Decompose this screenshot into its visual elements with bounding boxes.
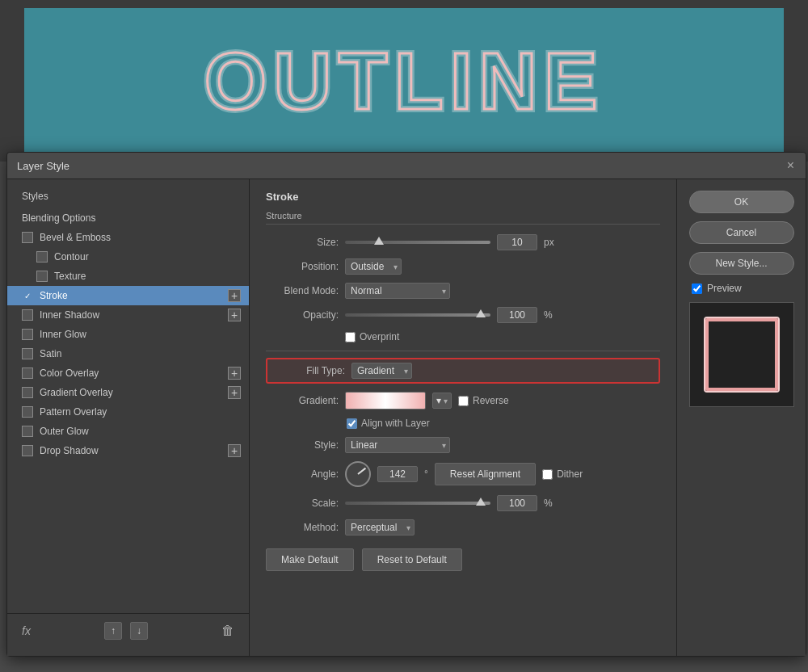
sidebar-item-outer-glow[interactable]: Outer Glow xyxy=(7,422,249,441)
dialog-close-button[interactable]: × xyxy=(785,159,796,172)
bevel-emboss-checkbox[interactable] xyxy=(22,232,33,243)
fill-type-select[interactable]: Color Gradient Pattern xyxy=(351,363,412,379)
delete-style-button[interactable]: 🗑 xyxy=(221,624,234,638)
preview-label[interactable]: Preview xyxy=(692,283,742,294)
align-label: Align with Layer xyxy=(361,418,430,429)
color-overlay-checkbox[interactable] xyxy=(22,368,33,379)
scale-slider-thumb[interactable] xyxy=(476,498,486,506)
dialog-body: Styles Blending Options Bevel & Emboss C… xyxy=(7,179,806,656)
overprint-checkbox-label[interactable]: Overprint xyxy=(345,331,399,342)
align-checkbox-label[interactable]: Align with Layer xyxy=(347,418,430,429)
style-select[interactable]: Linear Radial Angle Reflected Diamond xyxy=(345,437,450,453)
reset-to-default-button[interactable]: Reset to Default xyxy=(362,548,462,571)
texture-checkbox[interactable] xyxy=(36,271,48,282)
angle-input[interactable] xyxy=(377,466,418,482)
scale-input[interactable] xyxy=(497,495,537,511)
overprint-label: Overprint xyxy=(360,331,399,342)
sidebar-item-blending-options[interactable]: Blending Options xyxy=(7,208,249,228)
pattern-overlay-checkbox[interactable] xyxy=(22,406,33,418)
drop-shadow-add-button[interactable]: + xyxy=(228,444,241,457)
move-up-button[interactable]: ↑ xyxy=(104,622,122,640)
overprint-checkbox[interactable] xyxy=(345,332,356,342)
opacity-label: Opacity: xyxy=(266,309,339,321)
dialog-title: Layer Style xyxy=(17,160,69,172)
blend-mode-row: Blend Mode: Normal Dissolve Multiply Scr… xyxy=(266,283,660,299)
inner-glow-label: Inner Glow xyxy=(40,329,86,340)
sidebar-item-color-overlay[interactable]: Color Overlay + xyxy=(7,363,249,383)
inner-glow-checkbox[interactable] xyxy=(22,329,33,340)
size-unit: px xyxy=(544,237,554,248)
dither-checkbox[interactable] xyxy=(542,469,553,480)
preview-rect xyxy=(705,318,778,391)
make-default-button[interactable]: Make Default xyxy=(266,548,354,571)
gradient-arrow-select[interactable]: ▾ xyxy=(432,393,452,409)
opacity-unit: % xyxy=(544,309,553,321)
sidebar-item-texture[interactable]: Texture xyxy=(7,267,249,286)
opacity-input[interactable] xyxy=(497,307,537,323)
sidebar-item-satin[interactable]: Satin xyxy=(7,344,249,363)
scale-row: Scale: % xyxy=(266,495,660,511)
dither-label: Dither xyxy=(557,468,583,480)
angle-row: Angle: ° Reset Alignment Dither xyxy=(266,461,660,487)
blend-mode-select[interactable]: Normal Dissolve Multiply Screen Overlay xyxy=(345,283,450,299)
stroke-label: Stroke xyxy=(40,290,68,301)
reverse-checkbox[interactable] xyxy=(458,396,469,406)
stroke-section-title: Stroke xyxy=(266,191,660,203)
main-content: Stroke Structure Size: px Position: Outs… xyxy=(250,179,676,656)
position-row: Position: Outside Inside Center xyxy=(266,258,660,275)
size-input[interactable] xyxy=(497,234,537,250)
position-select-wrapper: Outside Inside Center xyxy=(345,258,402,275)
align-checkbox[interactable] xyxy=(347,418,357,429)
canvas-area: OUTLINE xyxy=(0,0,808,162)
inner-shadow-checkbox[interactable] xyxy=(22,309,33,321)
gradient-arrow-wrapper: ▾ xyxy=(432,393,452,409)
stroke-add-button[interactable]: + xyxy=(228,289,241,302)
preview-text: Preview xyxy=(707,283,742,294)
angle-label: Angle: xyxy=(266,468,339,480)
opacity-row: Opacity: % xyxy=(266,307,660,323)
scale-slider[interactable] xyxy=(345,502,490,505)
preview-canvas xyxy=(689,302,794,407)
drop-shadow-checkbox[interactable] xyxy=(22,445,33,456)
reverse-label: Reverse xyxy=(473,395,509,406)
size-slider-thumb[interactable] xyxy=(374,237,384,245)
position-select[interactable]: Outside Inside Center xyxy=(345,258,402,275)
sidebar-item-contour[interactable]: Contour xyxy=(7,247,249,267)
reset-alignment-button[interactable]: Reset Alignment xyxy=(435,463,536,485)
sidebar-item-inner-glow[interactable]: Inner Glow xyxy=(7,325,249,344)
move-down-button[interactable]: ↓ xyxy=(130,622,148,640)
color-overlay-label: Color Overlay xyxy=(40,368,99,379)
gradient-overlay-add-button[interactable]: + xyxy=(228,386,241,399)
sidebar-item-drop-shadow[interactable]: Drop Shadow + xyxy=(7,441,249,460)
sidebar-item-stroke[interactable]: ✓ Stroke + xyxy=(7,286,249,305)
outer-glow-checkbox[interactable] xyxy=(22,426,33,437)
sidebar-item-pattern-overlay[interactable]: Pattern Overlay xyxy=(7,402,249,422)
gradient-preview[interactable] xyxy=(345,392,426,410)
left-panel-title: Styles xyxy=(7,187,249,208)
dither-checkbox-label[interactable]: Dither xyxy=(542,468,583,480)
contour-checkbox[interactable] xyxy=(36,251,48,262)
cancel-button[interactable]: Cancel xyxy=(689,221,794,244)
gradient-overlay-checkbox[interactable] xyxy=(22,387,33,398)
overprint-row: Overprint xyxy=(266,331,660,342)
angle-dial[interactable] xyxy=(345,461,371,487)
color-overlay-add-button[interactable]: + xyxy=(228,367,241,380)
fx-label: fx xyxy=(22,624,31,637)
pattern-overlay-label: Pattern Overlay xyxy=(40,406,107,418)
opacity-slider-thumb[interactable] xyxy=(476,309,486,317)
inner-shadow-add-button[interactable]: + xyxy=(228,309,241,321)
preview-checkbox[interactable] xyxy=(692,284,702,294)
stroke-checkbox[interactable]: ✓ xyxy=(22,290,33,301)
sidebar-item-inner-shadow[interactable]: Inner Shadow + xyxy=(7,305,249,325)
sidebar-item-gradient-overlay[interactable]: Gradient Overlay + xyxy=(7,383,249,402)
ok-button[interactable]: OK xyxy=(689,191,794,213)
texture-label: Texture xyxy=(54,271,86,282)
contour-label: Contour xyxy=(54,251,89,262)
sidebar-item-bevel-emboss[interactable]: Bevel & Emboss xyxy=(7,228,249,247)
method-select[interactable]: Perceptual Saturation Luminosity xyxy=(345,519,415,536)
satin-checkbox[interactable] xyxy=(22,348,33,359)
opacity-slider[interactable] xyxy=(345,313,490,317)
size-slider[interactable] xyxy=(345,241,490,244)
reverse-checkbox-label[interactable]: Reverse xyxy=(458,395,509,406)
new-style-button[interactable]: New Style... xyxy=(689,252,794,275)
